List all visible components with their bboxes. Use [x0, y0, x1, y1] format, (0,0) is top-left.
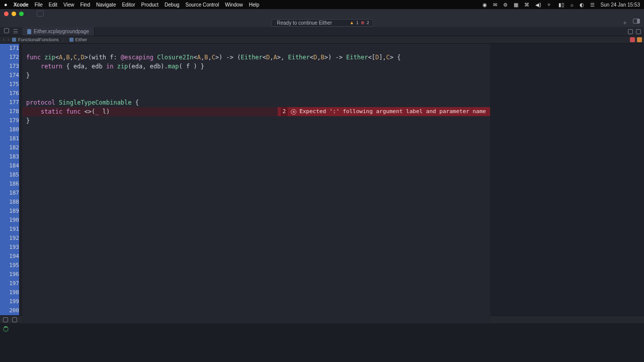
- menu-debug[interactable]: Debug: [165, 2, 179, 8]
- code-line[interactable]: [22, 198, 490, 207]
- code-line[interactable]: [22, 125, 490, 134]
- error-icon[interactable]: ⊗: [361, 20, 365, 25]
- back-button[interactable]: ‹: [3, 37, 5, 42]
- tab-either-playground[interactable]: Either.xcplaygroundpage: [22, 27, 95, 36]
- chat-icon[interactable]: ✉: [493, 2, 497, 8]
- code-line[interactable]: [22, 134, 490, 143]
- line-number: 173: [0, 62, 19, 71]
- activity-status[interactable]: Ready to continue Either ▲ 1 ⊗ 2: [271, 19, 373, 27]
- file-icon: [69, 38, 73, 42]
- wifi-icon[interactable]: ᯤ: [547, 2, 552, 8]
- code-line[interactable]: [22, 44, 490, 53]
- inline-error-banner[interactable]: 2✕Expected ':' following argument label …: [278, 107, 491, 116]
- menu-product[interactable]: Product: [141, 2, 158, 8]
- menu-navigate[interactable]: Navigate: [96, 2, 116, 8]
- keys-icon[interactable]: ⌘: [524, 2, 529, 8]
- code-line[interactable]: static func <>(_ l)2✕Expected ':' follow…: [22, 107, 490, 116]
- minimize-window-button[interactable]: [12, 12, 16, 16]
- line-number: 179: [0, 116, 19, 125]
- code-line[interactable]: [22, 261, 490, 270]
- grid-icon[interactable]: ▦: [514, 2, 518, 8]
- related-items-icon[interactable]: [4, 28, 9, 33]
- line-number: 176: [0, 89, 19, 98]
- toggle-debug-area-button[interactable]: [3, 317, 8, 322]
- battery-icon[interactable]: ▮▯: [558, 2, 565, 8]
- menubar-clock[interactable]: Sun 24 Jan 15:53: [601, 2, 640, 8]
- control-center-icon[interactable]: ☰: [590, 2, 595, 8]
- code-line[interactable]: }: [22, 71, 490, 80]
- code-line[interactable]: [22, 279, 490, 288]
- line-number: 196: [0, 270, 19, 279]
- navigator-toggle-icon[interactable]: ☰: [13, 28, 18, 35]
- inline-error-message: Expected ':' following argument label an…: [299, 107, 486, 116]
- menu-view[interactable]: View: [63, 2, 74, 8]
- code-line[interactable]: [22, 288, 490, 297]
- code-line[interactable]: [22, 143, 490, 152]
- code-line[interactable]: [22, 216, 490, 225]
- console-area[interactable]: [0, 323, 644, 362]
- editor-options-icon[interactable]: [628, 29, 633, 34]
- menu-editor[interactable]: Editor: [122, 2, 135, 8]
- jump-bar[interactable]: ‹ › FunctionalFunctions 〉 Either: [0, 36, 644, 44]
- swift-file-icon: [27, 29, 31, 34]
- code-line[interactable]: [22, 170, 490, 179]
- spotlight-icon[interactable]: ⌕: [571, 2, 574, 8]
- forward-button[interactable]: ›: [8, 37, 9, 42]
- crumb-project[interactable]: FunctionalFunctions: [18, 37, 59, 42]
- code-line[interactable]: [22, 152, 490, 161]
- source-editor[interactable]: 1711721731741751761771781791801811821831…: [0, 44, 644, 315]
- menu-help[interactable]: Help: [249, 2, 260, 8]
- line-number: 195: [0, 261, 19, 270]
- record-icon[interactable]: ◉: [482, 2, 487, 8]
- code-line[interactable]: func zip<A,B,C,D>(with f: @escaping Clos…: [22, 53, 490, 62]
- line-number: 200: [0, 306, 19, 315]
- menu-window[interactable]: Window: [225, 2, 243, 8]
- document-tab-bar: ☰ Either.xcplaygroundpage: [0, 27, 644, 36]
- adjust-editor-icon[interactable]: [636, 29, 641, 34]
- crumb-file[interactable]: Either: [75, 37, 88, 42]
- code-line[interactable]: [22, 306, 490, 315]
- menu-edit[interactable]: Edit: [49, 2, 57, 8]
- code-line[interactable]: [22, 270, 490, 279]
- macos-menubar: ● Xcode File Edit View Find Navigate Edi…: [0, 0, 644, 9]
- menu-find[interactable]: Find: [80, 2, 90, 8]
- tab-label: Either.xcplaygroundpage: [34, 29, 89, 34]
- warning-icon[interactable]: ▲: [350, 20, 354, 25]
- minimap-warning-marker[interactable]: [637, 37, 642, 42]
- add-editor-button[interactable]: ＋: [622, 19, 628, 27]
- settings-icon[interactable]: ⚙: [503, 2, 508, 8]
- line-number: 189: [0, 207, 19, 216]
- code-line[interactable]: protocol SingleTypeCombinable {: [22, 98, 490, 107]
- toggle-navigator-button[interactable]: [37, 11, 44, 17]
- toggle-inspectors-button[interactable]: [633, 19, 640, 24]
- code-line[interactable]: [22, 179, 490, 189]
- code-line[interactable]: [22, 207, 490, 216]
- line-number: 188: [0, 198, 19, 207]
- debug-view-button[interactable]: [12, 317, 17, 322]
- zoom-window-button[interactable]: [19, 12, 24, 16]
- activity-status-text: Ready to continue Either: [277, 20, 332, 26]
- code-line[interactable]: [22, 80, 490, 89]
- close-window-button[interactable]: [4, 12, 9, 16]
- code-line[interactable]: [22, 252, 490, 261]
- menu-source-control[interactable]: Source Control: [186, 2, 219, 8]
- project-icon: [12, 38, 16, 42]
- app-menu[interactable]: Xcode: [14, 2, 29, 8]
- code-line[interactable]: [22, 297, 490, 306]
- code-line[interactable]: [22, 243, 490, 252]
- menu-file[interactable]: File: [35, 2, 43, 8]
- siri-icon[interactable]: ◐: [580, 2, 584, 8]
- code-line[interactable]: [22, 225, 490, 234]
- code-line[interactable]: [22, 234, 490, 243]
- code-line[interactable]: [22, 161, 490, 170]
- line-number: 197: [0, 279, 19, 288]
- code-line[interactable]: [22, 89, 490, 98]
- code-line[interactable]: [22, 189, 490, 198]
- minimap-error-marker[interactable]: [630, 37, 635, 42]
- line-number: 194: [0, 252, 19, 261]
- apple-menu-icon[interactable]: ●: [4, 2, 8, 8]
- code-line[interactable]: }: [22, 116, 490, 125]
- code-line[interactable]: return { eda, edb in zip(eda, edb).map( …: [22, 62, 490, 71]
- volume-icon[interactable]: ◀): [535, 2, 541, 8]
- line-number: 191: [0, 225, 19, 234]
